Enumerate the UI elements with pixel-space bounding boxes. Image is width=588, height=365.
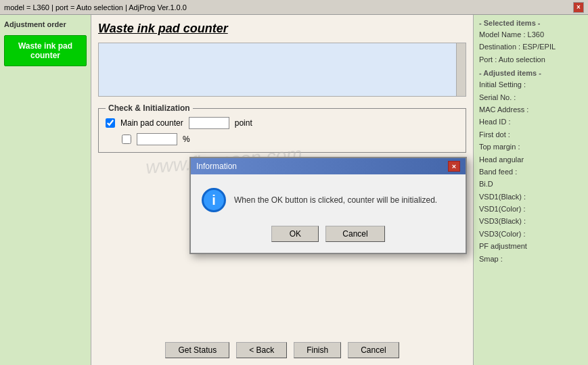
top-margin: Top margin :	[479, 142, 583, 152]
head-id: Head ID :	[479, 117, 583, 127]
window-title: model = L360 | port = Auto selection | A…	[4, 3, 187, 11]
modal-content-row: i When the OK button is clicked, counter…	[202, 188, 455, 212]
modal-body: i When the OK button is clicked, counter…	[191, 174, 466, 253]
modal-close-button[interactable]: ×	[448, 161, 460, 172]
modal-cancel-button[interactable]: Cancel	[325, 226, 384, 242]
model-name: Model Name : L360	[479, 30, 583, 40]
window-close-button[interactable]: ×	[573, 2, 584, 13]
modal-titlebar: Information ×	[191, 158, 466, 174]
sidebar-item-waste-pad[interactable]: Waste ink padcounter	[4, 35, 87, 66]
serial-no: Serial No. :	[479, 93, 583, 103]
right-sidebar: - Selected items - Model Name : L360 Des…	[473, 15, 588, 365]
center-content: Waste ink pad counter www.fixepson.com C…	[91, 15, 473, 365]
left-sidebar: Adjustment order Waste ink padcounter	[0, 15, 91, 365]
mac-address: MAC Address :	[479, 105, 583, 115]
band-feed: Band feed :	[479, 167, 583, 177]
information-dialog: Information × i When the OK button is cl…	[189, 157, 467, 254]
vsd1-black: VSD1(Black) :	[479, 192, 583, 202]
modal-overlay: Information × i When the OK button is cl…	[91, 15, 473, 365]
modal-title: Information	[196, 162, 237, 171]
smap: Smap :	[479, 254, 583, 264]
destination: Destination : ESP/EPIL	[479, 42, 583, 52]
pf-adjustment: PF adjustment	[479, 241, 583, 251]
modal-message: When the OK button is clicked, counter w…	[234, 195, 437, 205]
head-angular: Head angular	[479, 155, 583, 165]
initial-setting: Initial Setting :	[479, 80, 583, 90]
modal-buttons: OK Cancel	[202, 226, 455, 242]
modal-ok-button[interactable]: OK	[271, 226, 319, 242]
info-icon: i	[202, 188, 226, 212]
first-dot: First dot :	[479, 130, 583, 140]
vsd3-black: VSD3(Black) :	[479, 216, 583, 226]
bid: Bi.D	[479, 179, 583, 189]
adjusted-items-title: - Adjusted items -	[479, 69, 583, 77]
vsd1-color: VSD1(Color) :	[479, 204, 583, 214]
main-layout: Adjustment order Waste ink padcounter Wa…	[0, 15, 588, 365]
top-bar: model = L360 | port = Auto selection | A…	[0, 0, 588, 15]
vsd3-color: VSD3(Color) :	[479, 229, 583, 239]
sidebar-header: Adjustment order	[4, 20, 87, 28]
port: Port : Auto selection	[479, 55, 583, 65]
selected-items-title: - Selected items -	[479, 19, 583, 27]
